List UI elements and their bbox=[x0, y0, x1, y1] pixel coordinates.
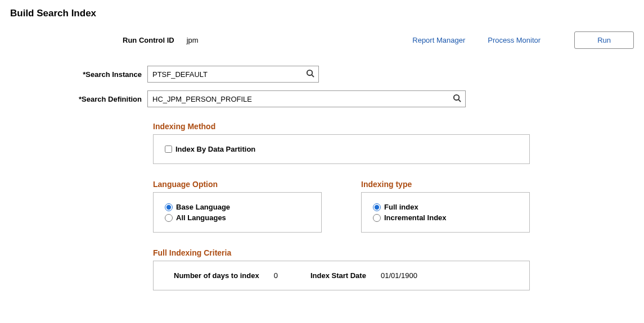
indexing-method-box: Index By Data Partition bbox=[153, 134, 530, 164]
incremental-index-label: Incremental Index bbox=[384, 213, 447, 222]
run-control-id-value: jpm bbox=[187, 36, 199, 44]
process-monitor-link[interactable]: Process Monitor bbox=[488, 36, 541, 44]
language-option-box: Base Language All Languages bbox=[153, 192, 322, 233]
report-manager-link[interactable]: Report Manager bbox=[412, 36, 465, 44]
svg-point-2 bbox=[454, 95, 459, 100]
days-to-index-value: 0 bbox=[274, 271, 278, 280]
full-index-radio[interactable] bbox=[373, 203, 381, 211]
index-by-data-partition-label: Index By Data Partition bbox=[175, 145, 255, 153]
search-instance-label: *Search Instance bbox=[10, 70, 147, 79]
search-definition-input[interactable] bbox=[147, 90, 466, 107]
svg-line-3 bbox=[458, 99, 461, 102]
indexing-type-heading: Indexing type bbox=[361, 180, 530, 189]
search-instance-input[interactable] bbox=[147, 66, 319, 83]
index-start-date-label: Index Start Date bbox=[310, 271, 366, 280]
index-start-date-value: 01/01/1900 bbox=[381, 271, 417, 280]
full-index-label: Full index bbox=[384, 203, 418, 211]
search-icon[interactable] bbox=[453, 94, 461, 104]
incremental-index-radio[interactable] bbox=[373, 214, 381, 222]
index-by-data-partition-checkbox[interactable] bbox=[165, 145, 172, 153]
svg-line-1 bbox=[312, 75, 314, 77]
svg-point-0 bbox=[307, 70, 312, 75]
run-control-id-label: Run Control ID bbox=[123, 36, 174, 44]
all-languages-label: All Languages bbox=[176, 213, 226, 222]
run-button[interactable]: Run bbox=[574, 31, 634, 49]
search-definition-label: *Search Definition bbox=[10, 95, 147, 103]
top-row: Run Control ID jpm Report Manager Proces… bbox=[10, 31, 634, 49]
search-icon[interactable] bbox=[306, 69, 314, 79]
all-languages-radio[interactable] bbox=[165, 214, 173, 222]
language-option-heading: Language Option bbox=[153, 180, 322, 189]
full-indexing-criteria-box: Number of days to index 0 Index Start Da… bbox=[153, 261, 530, 290]
full-indexing-criteria-heading: Full Indexing Criteria bbox=[153, 248, 634, 257]
base-language-radio[interactable] bbox=[165, 203, 173, 211]
page-title: Build Search Index bbox=[10, 8, 634, 19]
days-to-index-label: Number of days to index bbox=[174, 271, 259, 280]
base-language-label: Base Language bbox=[176, 203, 230, 211]
indexing-type-box: Full index Incremental Index bbox=[361, 192, 530, 233]
indexing-method-heading: Indexing Method bbox=[153, 122, 634, 131]
